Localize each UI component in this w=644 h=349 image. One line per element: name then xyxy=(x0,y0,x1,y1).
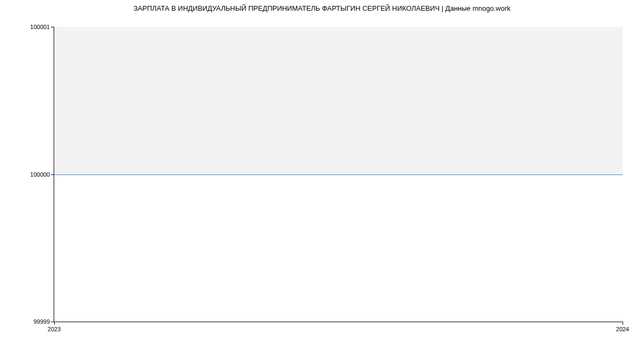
plot-background-upper xyxy=(54,27,623,174)
series-line xyxy=(54,174,623,175)
x-tick-label: 2024 xyxy=(616,326,629,332)
y-tick-label: 100000 xyxy=(30,171,50,178)
x-tick xyxy=(623,322,623,325)
y-tick xyxy=(51,174,54,175)
line-chart: ЗАРПЛАТА В ИНДИВИДУАЛЬНЫЙ ПРЕДПРИНИМАТЕЛ… xyxy=(0,0,644,349)
x-tick xyxy=(54,322,55,325)
plot-area: 100001 100000 99999 2023 2024 xyxy=(54,27,623,322)
x-tick-label: 2023 xyxy=(48,326,61,332)
y-tick xyxy=(51,27,54,27)
y-tick-label: 99999 xyxy=(33,318,50,325)
chart-title: ЗАРПЛАТА В ИНДИВИДУАЛЬНЫЙ ПРЕДПРИНИМАТЕЛ… xyxy=(0,4,644,12)
y-tick-label: 100001 xyxy=(30,24,50,30)
